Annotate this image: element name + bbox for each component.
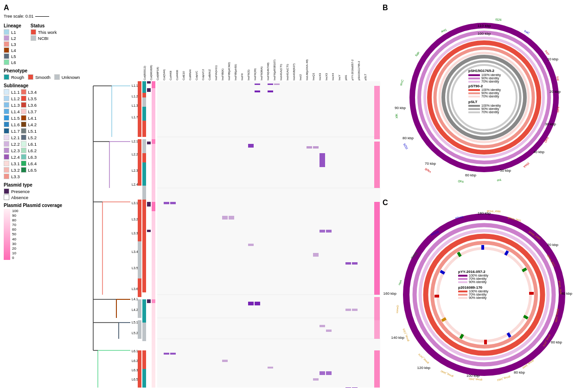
panel-b-svg: 110 kbp 100 kbp 10 kbp 20 kbp 30 kbp 40 …: [380, 0, 588, 190]
hm-4: [255, 91, 260, 92]
pheno-unk3: [142, 186, 146, 200]
plasmid-presence: Presence: [4, 188, 89, 194]
c-leg-pyy-90-txt: 90% identity: [469, 280, 487, 284]
sl-l13: L1.3: [132, 104, 138, 107]
sl-l31: L3.1: [132, 201, 138, 205]
col-p0i1: p0I1: [345, 75, 347, 80]
cov-60: 60: [12, 227, 18, 232]
panel-b-diagram: 110 kbp 100 kbp 10 kbp 20 kbp 30 kbp 40 …: [380, 0, 588, 195]
sub-l6-2: L6.2: [21, 148, 37, 153]
status-title: Status: [31, 23, 57, 28]
col-fibicm2: IncFIB(pICM2): [228, 62, 230, 80]
sl-l32: L3.2: [132, 218, 138, 221]
lineage-title: Lineage: [4, 23, 21, 28]
hm-l3-6: [326, 230, 332, 233]
col-bkz: ColB/K/Z: [208, 69, 211, 80]
smooth-label: Smooth: [35, 75, 51, 80]
c-gene-14: someD: [396, 305, 399, 313]
status-l4: [138, 299, 141, 318]
sl-l24: L2.4: [132, 183, 138, 186]
sub-l6-5: L6.5: [21, 167, 37, 173]
gene-is26-2: IS26: [403, 143, 409, 150]
cov-80: 80: [12, 218, 18, 222]
hm-l6-6: [326, 371, 332, 375]
sub-l3-3: L3.3: [4, 174, 20, 179]
col-pslt: pSLT: [364, 74, 367, 80]
col-x4: IncX4: [332, 73, 334, 80]
sub-l6-1: L6.1: [21, 141, 37, 147]
hm-3: [274, 84, 280, 85]
c-leg-pyy-90: [458, 281, 467, 283]
coverage-word: Plasmid coverage: [23, 203, 62, 208]
cov-10: 10: [12, 251, 18, 255]
hm-l6-1: [164, 353, 169, 355]
col-mp18: Col(MP18): [156, 67, 159, 80]
sub-l4-2: L4.2: [21, 122, 37, 127]
hm-l2-3: [313, 146, 319, 149]
leg-psh-70-txt: 70% identity: [481, 80, 499, 84]
phenotype-title: Phenotype: [4, 68, 89, 73]
tree-scale: Tree scale: 0.01: [4, 14, 89, 19]
sub-l6-4: L6.4: [21, 161, 37, 166]
sub-l1-6: L1.6: [4, 122, 20, 127]
hm-l5-2: [326, 330, 332, 332]
phenotype-smooth: Smooth: [28, 74, 51, 80]
unknown-label: Unknown: [62, 75, 80, 80]
c-gene-15: repA: [397, 279, 402, 285]
c-gene-9: group_2462: [497, 375, 511, 382]
col-440i: Col440I: [169, 71, 172, 80]
lineage-l3: L3: [4, 41, 21, 47]
status-l3a: [138, 200, 141, 241]
gene-fno: fno: [497, 178, 502, 182]
sub-l3-1: L3.1: [4, 161, 20, 166]
phenotype-rough: Rough: [4, 74, 24, 80]
col-fibhsi: IncFIB(pHSI): [234, 64, 237, 80]
tree-heatmap-area: Col(BS512) Col(MG828) Col(MP18) Col(S44)…: [87, 9, 380, 388]
sl-l63: L6.3: [132, 369, 138, 372]
tree-scale-line: [35, 16, 49, 17]
hm-l2-1: [248, 144, 254, 148]
hm-l3-5: [320, 230, 325, 233]
lineage-l1: L1: [4, 29, 21, 35]
hm-l6-4: [268, 367, 273, 369]
hm-l5-1: [320, 325, 325, 327]
bp-50: 50 kbp: [500, 168, 511, 173]
cov-90: 90: [12, 213, 18, 218]
c-leg-p2016-70: [458, 294, 467, 296]
hm-l3-2: [170, 202, 176, 204]
sub-l6-3: L6.3: [21, 154, 37, 160]
sub-l1-4: L1.4: [4, 109, 20, 114]
c-pyy-name: pYY-2016-057-2: [458, 270, 486, 274]
hm-l3-10: [352, 262, 358, 265]
sl-l42: L4.2: [132, 308, 138, 311]
sl-l14-17: L1.7: [132, 116, 138, 119]
bp-10: 10 kbp: [547, 57, 559, 61]
cov-40: 40: [12, 237, 18, 241]
col-bs512: Col(BS512): [143, 66, 146, 80]
hm-l3-9: [345, 262, 351, 265]
pheno-rough2: [142, 107, 146, 121]
c-inner-10: [435, 295, 439, 297]
sub-l1-1: L1.1: [4, 89, 20, 95]
legend-area: Tree scale: 0.01 Lineage L1 L2 L3 L4 L5 …: [4, 14, 89, 260]
c-bp-120: 120 kbp: [417, 366, 431, 370]
cov-50: 50: [12, 232, 18, 236]
sub-l3-5: L3.5: [21, 96, 37, 101]
col-pyy: pYY-2016d057-2: [351, 59, 354, 80]
pheno-unk1: [142, 97, 146, 107]
heatmap-bg: [157, 81, 380, 388]
c-p2016-name: p2016089-170: [458, 285, 483, 290]
hm-l6-7: [313, 378, 319, 381]
leg-psh-100: [468, 74, 480, 76]
rough-label: Rough: [11, 75, 24, 80]
plasmid-p5: [147, 230, 151, 232]
hm-l4-1: [248, 302, 254, 305]
coverage-gradient: [4, 209, 10, 260]
gene-srcc: srcC: [399, 79, 404, 86]
plasmid-p3: [147, 142, 151, 144]
hm-5: [268, 91, 273, 92]
status-l3b: [138, 241, 141, 278]
plasmid-coverage-title: Plasmid Plasmid coverage: [4, 203, 89, 208]
pheno-rough1: [142, 81, 146, 93]
sub-l2-1: L2.1: [4, 135, 20, 140]
